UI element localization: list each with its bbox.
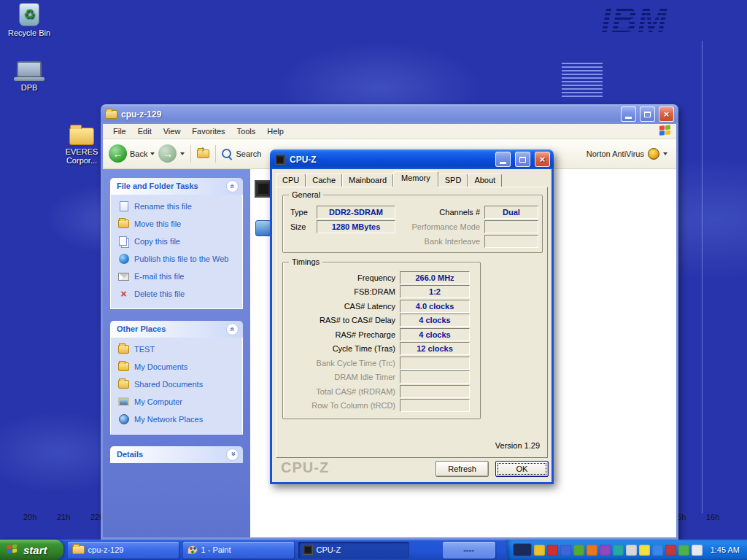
fsb-dram-field: 1:2 [400, 285, 470, 298]
collapse-button[interactable]: « [226, 323, 239, 335]
other-places-header[interactable]: Other Places « [110, 321, 243, 338]
task-label: ---- [463, 545, 474, 554]
minimize-button[interactable] [495, 152, 511, 167]
norton-antivirus-control[interactable]: Norton AntiVirus [587, 148, 667, 160]
taskbar-clock[interactable]: 1:45 AM [711, 545, 740, 554]
tray-icon[interactable] [547, 545, 558, 556]
place-my-documents[interactable]: My Documents [118, 362, 236, 373]
forward-dropdown-icon[interactable] [180, 152, 185, 155]
cpu-chip-icon [275, 155, 285, 165]
taskbar-button-explorer[interactable]: cpu-z-129 [68, 542, 179, 559]
menu-file[interactable]: File [107, 125, 132, 137]
start-button[interactable]: start [0, 540, 63, 560]
chevron-up-icon: « [228, 327, 237, 331]
task-label[interactable]: Delete this file [134, 289, 185, 298]
menu-edit[interactable]: Edit [132, 125, 158, 137]
search-button[interactable]: Search [222, 149, 261, 159]
back-button[interactable]: ← Back [109, 144, 155, 163]
maximize-button[interactable] [515, 152, 530, 167]
place-my-computer[interactable]: My Computer [118, 397, 236, 408]
tray-icon[interactable] [587, 545, 597, 556]
forward-button[interactable]: → [158, 144, 177, 163]
close-button[interactable]: × [535, 152, 550, 167]
menu-tools[interactable]: Tools [231, 125, 262, 137]
tab-cpu[interactable]: CPU [276, 174, 306, 187]
tab-spd[interactable]: SPD [438, 174, 468, 187]
tray-icon[interactable] [600, 545, 611, 556]
place-label[interactable]: Shared Documents [134, 380, 203, 389]
email-icon [118, 273, 129, 281]
tray-icon[interactable] [626, 545, 637, 556]
minimize-button[interactable] [621, 106, 636, 122]
refresh-button[interactable]: Refresh [436, 461, 489, 477]
flag-blue [659, 131, 665, 136]
place-shared-documents[interactable]: Shared Documents [118, 379, 236, 390]
file-icon-setup[interactable] [255, 220, 271, 236]
tray-icon[interactable] [692, 545, 703, 556]
panel-title: File and Folder Tasks [117, 182, 198, 190]
explorer-titlebar[interactable]: cpu-z-129 × [101, 104, 678, 124]
taskbar: start cpu-z-129 1 - Paint CPU-Z ---- 1:4… [0, 540, 747, 560]
rename-icon [120, 201, 128, 211]
task-label[interactable]: Move this file [134, 219, 181, 228]
tray-icon[interactable] [534, 545, 545, 556]
tray-icon[interactable] [573, 545, 584, 556]
task-move-file[interactable]: Move this file [118, 219, 236, 230]
tray-icon[interactable] [678, 545, 689, 556]
tab-about[interactable]: About [468, 174, 502, 187]
place-label[interactable]: My Documents [134, 362, 187, 371]
taskbar-button-cpuz[interactable]: CPU-Z [298, 542, 409, 559]
task-email-file[interactable]: E-mail this file [118, 271, 236, 282]
tray-icon[interactable] [665, 545, 676, 556]
tray-icon[interactable] [652, 545, 663, 556]
menu-view[interactable]: View [158, 125, 187, 137]
cycle-time-field: 12 clocks [400, 342, 470, 355]
menu-help[interactable]: Help [261, 125, 290, 137]
task-label[interactable]: Rename this file [134, 202, 192, 211]
place-label[interactable]: My Computer [134, 397, 182, 406]
ok-button[interactable]: OK [495, 461, 549, 477]
details-header[interactable]: Details « [110, 446, 243, 463]
task-label[interactable]: E-mail this file [134, 272, 184, 281]
close-button[interactable]: × [659, 106, 674, 122]
desktop-icon-dpb[interactable]: DPB [3, 61, 55, 92]
norton-dropdown-icon[interactable] [663, 152, 667, 155]
place-label[interactable]: TEST [134, 345, 155, 354]
taskbar-button-paint[interactable]: 1 - Paint [183, 542, 294, 559]
taskbar-button-minimized[interactable]: ---- [443, 542, 495, 559]
expand-button[interactable]: « [226, 448, 239, 461]
desktop-icon-recycle-bin[interactable]: ♻ Recycle Bin [3, 3, 55, 37]
desktop-icon-everes[interactable]: EVERES Corpor... [58, 128, 105, 165]
collapse-button[interactable]: « [226, 180, 239, 192]
file-tasks-header[interactable]: File and Folder Tasks « [110, 178, 243, 195]
tray-icon[interactable] [560, 545, 571, 556]
details-panel: Details « [110, 446, 243, 463]
tray-icon[interactable] [613, 545, 624, 556]
task-label: cpu-z-129 [88, 545, 124, 554]
place-label[interactable]: My Network Places [134, 415, 203, 424]
task-copy-file[interactable]: Copy this file [118, 236, 236, 247]
place-test[interactable]: TEST [118, 344, 236, 355]
back-dropdown-icon[interactable] [150, 152, 155, 155]
task-label[interactable]: Publish this file to the Web [134, 254, 228, 263]
close-icon: × [540, 154, 546, 165]
task-delete-file[interactable]: ×Delete this file [118, 289, 236, 300]
tab-mainboard[interactable]: Mainboard [342, 174, 393, 187]
place-my-network[interactable]: My Network Places [118, 414, 236, 425]
task-publish-file[interactable]: Publish this file to the Web [118, 254, 236, 265]
panel-title: Details [117, 450, 143, 459]
timezone-label: 20h [23, 513, 36, 521]
task-label: CPU-Z [317, 545, 341, 554]
maximize-button[interactable] [640, 106, 655, 122]
task-label[interactable]: Copy this file [134, 237, 180, 246]
task-rename-file[interactable]: Rename this file [118, 201, 236, 212]
tray-icon[interactable] [639, 545, 650, 556]
total-cas-field [400, 385, 470, 398]
frequency-label: Frequency [287, 271, 395, 284]
up-button[interactable]: ↑ [197, 149, 209, 158]
tray-language-widget[interactable] [513, 543, 532, 556]
tab-memory[interactable]: Memory [393, 171, 438, 187]
menu-favorites[interactable]: Favorites [186, 125, 231, 137]
cpuz-titlebar[interactable]: CPU-Z × [270, 149, 554, 169]
tab-cache[interactable]: Cache [306, 174, 342, 187]
